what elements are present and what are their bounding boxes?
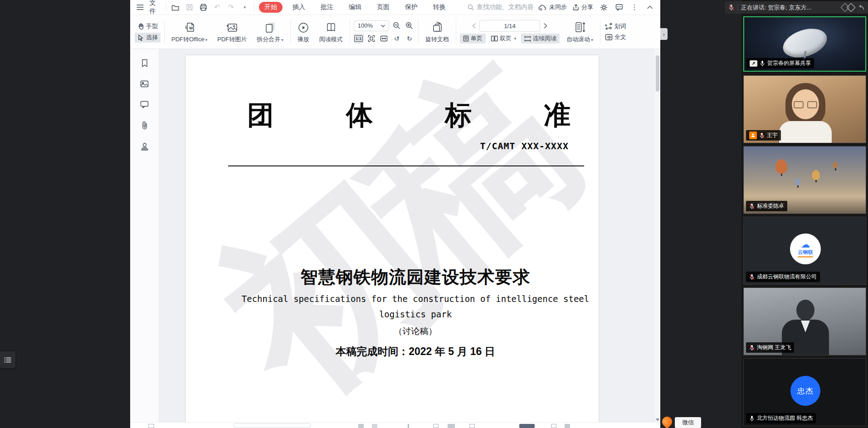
participant-tile-yunganglian[interactable]: ☁ 云钢联 成都云钢联物流有限公司 [743,217,866,285]
full-translate-icon: 中 [605,34,613,41]
statusbar-icon[interactable] [551,424,556,428]
zoom-out-icon[interactable] [392,21,402,31]
double-page-button[interactable]: 双页▾ [488,34,520,44]
statusbar-icon[interactable] [448,424,455,428]
zoom-group: 100% 1:1 ↺ ↻ [354,20,414,44]
layout-grid-icon[interactable] [846,3,856,12]
play-button[interactable]: 播放 [294,19,312,44]
tool-mode-group: 手型 选择 [135,21,161,43]
attachment-icon[interactable] [141,121,148,130]
redo-icon[interactable]: ↷ [226,2,236,12]
read-mode-button[interactable]: 阅读模式 [316,19,346,44]
statusbar-icon[interactable] [358,424,364,428]
more-options-icon[interactable]: ⋮ [629,2,639,12]
statusbar-icon[interactable] [408,424,409,428]
fit-width-icon[interactable] [379,34,389,44]
auto-scroll-button[interactable]: 自动滚动▾ [563,19,596,44]
document-view-area[interactable]: 初稿 团体标准 T/CAMT XXX-XXXX 智慧钢铁物流园建设技术要求 Te… [159,49,655,423]
return-arrow-icon[interactable] [857,5,864,10]
scroll-down-arrow[interactable] [656,418,659,421]
vertical-scrollbar[interactable] [655,49,660,423]
single-page-button[interactable]: 单页 [460,34,486,44]
participant-tile-wangyu[interactable]: 王宇 [743,75,866,143]
file-menu[interactable]: 文件 [150,0,161,15]
actual-size-button[interactable]: 1:1 [354,34,364,44]
search-input[interactable]: 查找功能、文档内容 [468,3,534,11]
scrollbar-thumb[interactable] [656,55,659,92]
speaking-banner-text: 正在讲话: 贺宗春; 京东方... [741,4,811,12]
signature-stamp-icon[interactable] [141,142,149,151]
pdf-to-office-button[interactable]: W PDF转Office▾ [168,19,210,44]
divider [166,3,166,11]
outline-list-icon [4,356,12,364]
share-button[interactable]: 分享 [572,3,593,11]
customize-toolbar-icon[interactable]: ▼ [240,2,249,12]
participant-tile-wanglongfei[interactable]: 淘钢网 王龙飞 [743,287,866,355]
rotate-left-icon[interactable]: ↺ [392,34,402,44]
tab-edit[interactable]: 编辑 [343,2,367,13]
rotate-right-icon[interactable]: ↻ [405,34,414,44]
wechat-notification[interactable]: 微信 [675,417,701,428]
participant-tile-hanzhongjie[interactable]: 忠杰 北方恒达物流园 韩忠杰 [743,358,866,426]
participant-name-chip: 标准委陈卓 [746,201,787,211]
statusbar-icon[interactable] [565,424,570,428]
print-icon[interactable] [199,2,208,12]
status-bar [130,422,660,428]
statusbar-icon[interactable] [372,424,377,428]
notification-flame-icon[interactable] [660,414,674,428]
mic-muted-icon [749,203,755,209]
outline-floating-button[interactable] [0,351,15,368]
participant-name-chip: 王宇 [746,130,781,141]
tab-convert[interactable]: 转换 [428,2,451,13]
hamburger-menu-icon[interactable] [136,2,145,12]
statusbar-field[interactable] [234,423,311,428]
tab-protect[interactable]: 保护 [400,2,423,13]
settings-gear-icon[interactable] [599,2,609,12]
pdf-page[interactable]: 初稿 团体标准 T/CAMT XXX-XXXX 智慧钢铁物流园建设技术要求 Te… [186,55,599,423]
previous-page-icon[interactable] [472,22,476,30]
participant-tile-screen-share[interactable]: ↗ 贺宗春的屏幕共享 [743,16,866,72]
save-icon[interactable] [185,2,194,12]
hand-icon [137,23,144,29]
continuous-read-button[interactable]: 连续阅读 [521,34,560,44]
select-tool-button[interactable]: 选择 [135,33,161,43]
participant-name-chip: 北方恒达物流园 韩忠杰 [746,413,816,423]
pdf-to-image-button[interactable]: PDF转图片 [214,19,250,44]
sync-status[interactable]: 未同步 [538,3,567,11]
tab-home[interactable]: 开始 [259,2,283,13]
word-translate-button[interactable]: a中 划词 [605,22,626,30]
svg-text:中: 中 [607,35,611,40]
title-block: 智慧钢铁物流园建设技术要求 Technical specifications f… [229,267,599,359]
participant-name-chip: ↗ 贺宗春的屏幕共享 [746,58,814,68]
zoom-in-icon[interactable] [405,21,414,31]
next-page-icon[interactable] [544,22,547,30]
bookmark-icon[interactable] [141,59,149,68]
page-indicator-input[interactable]: 1/14 [479,20,540,32]
open-folder-icon[interactable] [171,2,180,12]
zoom-level-select[interactable]: 100% [354,20,389,31]
full-text-translate-button[interactable]: 中 全文 [605,33,626,41]
participant-tile-chenzhuo[interactable]: 标准委陈卓 [743,146,866,214]
statusbar-icon[interactable] [148,424,154,428]
statusbar-icon[interactable] [469,424,475,428]
tab-insert[interactable]: 插入 [287,2,311,13]
tab-page[interactable]: 页面 [371,2,395,13]
statusbar-icon[interactable] [433,424,439,428]
collapse-toolbar-icon[interactable] [645,2,655,12]
speaking-status-banner[interactable]: 正在讲话: 贺宗春; 京东方... [725,1,868,14]
feedback-chat-icon[interactable] [614,2,624,12]
rotate-document-button[interactable]: 旋转文档 [422,19,452,44]
image-panel-icon[interactable] [140,80,149,88]
undo-icon[interactable]: ↶ [212,2,222,12]
hand-tool-button[interactable]: 手型 [135,21,161,31]
divider [350,20,350,44]
search-placeholder: 查找功能、文档内容 [477,3,534,11]
split-merge-button[interactable]: 拆分合并▾ [254,19,287,44]
comment-panel-icon[interactable] [140,101,149,108]
divider [418,20,419,44]
fit-page-icon[interactable] [366,34,376,44]
word-translate-icon: a中 [605,23,613,30]
tab-comment[interactable]: 批注 [315,2,339,13]
statusbar-icon[interactable] [519,424,535,428]
panel-expander-tab[interactable]: › [660,28,668,40]
